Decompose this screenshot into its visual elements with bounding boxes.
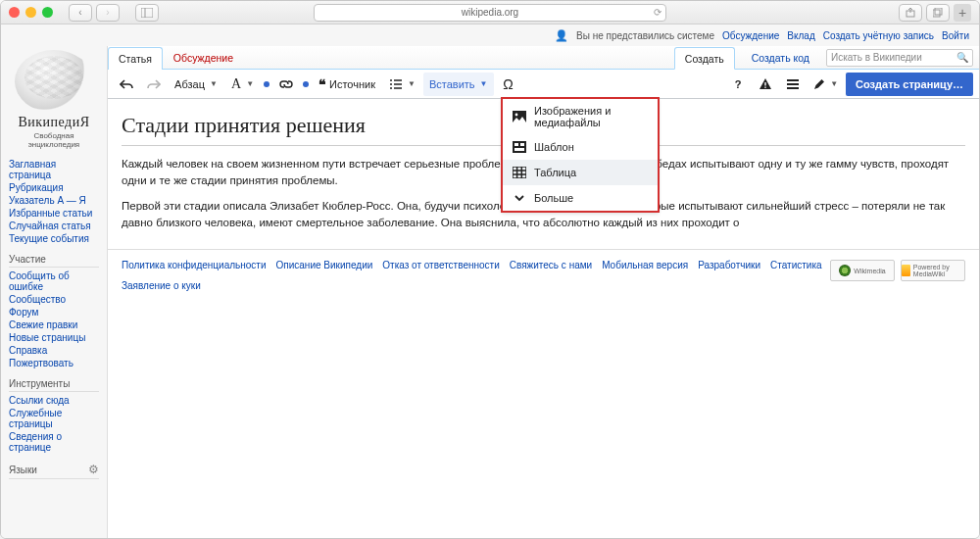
sidebar-item-random[interactable]: Случайная статья xyxy=(9,220,91,231)
minimize-window-icon[interactable] xyxy=(25,7,36,18)
sidebar-item-community[interactable]: Сообщество xyxy=(9,294,66,305)
sidebar-toggle-button[interactable] xyxy=(135,4,159,22)
sidebar-head-participate: Участие xyxy=(9,254,99,268)
meta-contribs-link[interactable]: Вклад xyxy=(787,30,814,41)
text-style-dropdown[interactable]: A▼ xyxy=(225,73,260,96)
sidebar-item-categories[interactable]: Рубрикация xyxy=(9,182,64,193)
address-bar[interactable]: wikipedia.org ⟳ xyxy=(314,4,666,22)
link-button[interactable] xyxy=(273,73,299,96)
footer-link-contact[interactable]: Свяжитесь с нами xyxy=(510,260,592,270)
publish-button[interactable]: Создать страницу… xyxy=(846,73,973,96)
toolbar-dot xyxy=(264,81,270,87)
mac-titlebar: ‹ › wikipedia.org ⟳ + xyxy=(1,1,979,24)
table-icon xyxy=(513,166,526,179)
redo-button[interactable] xyxy=(141,73,167,96)
sidebar-item-donate[interactable]: Пожертвовать xyxy=(9,358,74,368)
page-options-button[interactable] xyxy=(780,73,806,96)
editor-toolbar: Абзац▼ A▼ ❝Источник ▼ Вставить▼ Ω ? ▼ Со… xyxy=(108,70,979,99)
mediawiki-icon xyxy=(902,265,910,276)
svg-rect-3 xyxy=(933,10,940,17)
meta-login-link[interactable]: Войти xyxy=(942,30,969,41)
dd-item-table[interactable]: Таблица xyxy=(503,160,658,185)
back-button[interactable]: ‹ xyxy=(69,4,92,22)
cite-button[interactable]: ❝Источник xyxy=(313,73,381,96)
sidebar-participate-list: Сообщить об ошибке Сообщество Форум Свеж… xyxy=(9,270,99,368)
svg-rect-18 xyxy=(513,141,526,153)
main-column: Статья Обсуждение Создать Создать код Ис… xyxy=(107,46,979,538)
undo-button[interactable] xyxy=(114,73,139,96)
sidebar-item-events[interactable]: Текущие события xyxy=(9,233,89,244)
image-icon xyxy=(513,110,526,123)
footer-link-mobile[interactable]: Мобильная версия xyxy=(602,260,688,270)
dd-table-label: Таблица xyxy=(534,167,576,178)
chevron-down-icon xyxy=(513,191,526,205)
toolbar-dot xyxy=(303,81,309,87)
tab-create[interactable]: Создать xyxy=(674,47,735,70)
sidebar-item-pageinfo[interactable]: Сведения о странице xyxy=(9,431,62,453)
footer-links: Политика конфиденциальности Описание Вик… xyxy=(122,260,830,291)
close-window-icon[interactable] xyxy=(9,7,20,18)
search-icon[interactable]: 🔍 xyxy=(956,52,968,63)
sidebar-item-main[interactable]: Заглавная страница xyxy=(9,159,56,180)
svg-point-5 xyxy=(390,79,392,81)
forward-button[interactable]: › xyxy=(96,4,120,22)
list-dropdown[interactable]: ▼ xyxy=(383,73,421,96)
tab-article-label: Статья xyxy=(119,53,152,65)
notices-button[interactable] xyxy=(753,73,778,96)
new-tab-button[interactable]: + xyxy=(954,4,971,22)
sidebar-item-help[interactable]: Справка xyxy=(9,345,47,356)
tabs-button[interactable] xyxy=(926,4,950,22)
special-char-button[interactable]: Ω xyxy=(496,73,521,96)
wikipedia-logo[interactable]: ВикипедиЯ Свободная энциклопедия xyxy=(9,50,99,149)
reload-icon[interactable]: ⟳ xyxy=(654,7,662,18)
wikimedia-icon xyxy=(839,265,851,276)
svg-point-6 xyxy=(390,83,392,85)
sidebar-item-special[interactable]: Служебные страницы xyxy=(9,408,62,429)
sidebar-item-featured[interactable]: Избранные статьи xyxy=(9,208,92,219)
template-icon xyxy=(513,140,526,154)
left-sidebar: ВикипедиЯ Свободная энциклопедия Заглавн… xyxy=(1,46,107,538)
footer-link-about[interactable]: Описание Википедии xyxy=(276,260,373,270)
paragraph-label: Абзац xyxy=(174,78,205,90)
dd-item-more[interactable]: Больше xyxy=(503,185,658,211)
sidebar-item-report[interactable]: Сообщить об ошибке xyxy=(9,270,70,292)
tab-create-code[interactable]: Создать код xyxy=(741,46,820,69)
footer-link-cookies[interactable]: Заявление о куки xyxy=(122,280,201,291)
sidebar-item-index[interactable]: Указатель А — Я xyxy=(9,195,86,206)
tab-article[interactable]: Статья xyxy=(108,47,163,70)
maximize-window-icon[interactable] xyxy=(42,7,53,18)
insert-label: Вставить xyxy=(429,78,475,90)
insert-dropdown-menu: Изображения и медиафайлы Шаблон Таблица xyxy=(502,98,659,212)
meta-discussion-link[interactable]: Обсуждение xyxy=(722,30,779,41)
logo-wordmark: ВикипедиЯ xyxy=(9,115,99,130)
edit-mode-dropdown[interactable]: ▼ xyxy=(808,73,844,96)
insert-dropdown[interactable]: Вставить▼ xyxy=(423,73,494,96)
sidebar-item-linkshere[interactable]: Ссылки сюда xyxy=(9,395,70,406)
sidebar-head-lang: Языки ⚙ xyxy=(9,463,99,479)
footer-link-stats[interactable]: Статистика xyxy=(770,260,822,270)
sidebar-head-tools: Инструменты xyxy=(9,378,99,392)
meta-create-account-link[interactable]: Создать учётную запись xyxy=(823,30,934,41)
sidebar-item-recent[interactable]: Свежие правки xyxy=(9,319,77,330)
footer-link-disclaimer[interactable]: Отказ от ответственности xyxy=(382,260,499,270)
sidebar-item-newpages[interactable]: Новые страницы xyxy=(9,332,85,343)
dd-item-media[interactable]: Изображения и медиафайлы xyxy=(503,99,658,134)
logo-tagline: Свободная энциклопедия xyxy=(9,131,99,149)
footer-link-devs[interactable]: Разработчики xyxy=(698,260,760,270)
footer-link-privacy[interactable]: Политика конфиденциальности xyxy=(122,260,267,270)
svg-rect-21 xyxy=(514,148,524,151)
footer-badges: Wikimedia Powered by MediaWiki xyxy=(830,260,965,281)
search-input[interactable]: Искать в Википедии 🔍 xyxy=(826,49,973,67)
tab-discussion[interactable]: Обсуждение xyxy=(163,46,244,69)
sidebar-item-forum[interactable]: Форум xyxy=(9,307,38,318)
help-button[interactable]: ? xyxy=(725,73,751,96)
share-button[interactable] xyxy=(899,4,922,22)
quote-icon: ❝ xyxy=(318,76,326,92)
not-logged-text: Вы не представились системе xyxy=(576,30,714,41)
mediawiki-badge[interactable]: Powered by MediaWiki xyxy=(901,260,965,281)
paragraph-dropdown[interactable]: Абзац▼ xyxy=(169,73,223,96)
dd-item-template[interactable]: Шаблон xyxy=(503,134,658,160)
wikimedia-badge[interactable]: Wikimedia xyxy=(830,260,895,281)
dd-media-label: Изображения и медиафайлы xyxy=(534,105,648,128)
gear-icon[interactable]: ⚙ xyxy=(88,463,99,476)
